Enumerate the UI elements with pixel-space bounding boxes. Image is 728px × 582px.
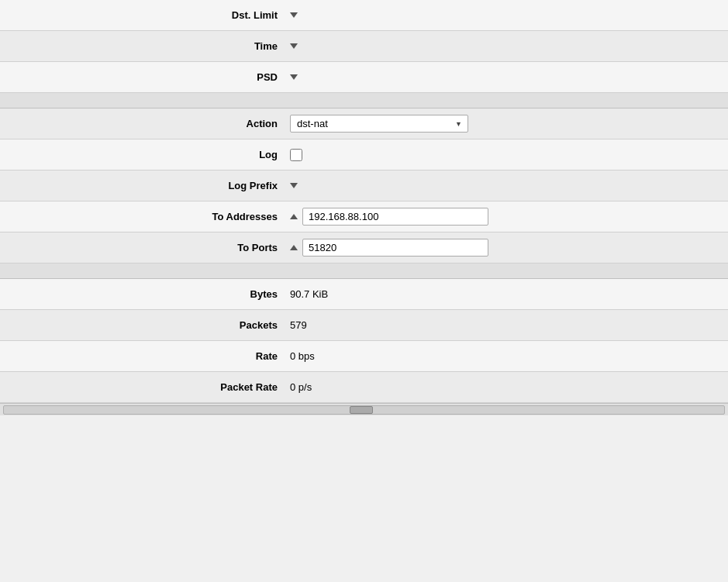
scrollbar-track[interactable] bbox=[3, 405, 725, 415]
to-ports-row: To Ports bbox=[0, 232, 728, 263]
psd-chevron-icon[interactable] bbox=[290, 74, 298, 80]
scrollbar-thumb[interactable] bbox=[350, 406, 373, 414]
action-select[interactable]: dst-nat src-nat masquerade redirect acce… bbox=[290, 115, 468, 133]
log-prefix-chevron-icon[interactable] bbox=[290, 183, 298, 188]
packets-value: 579 bbox=[290, 319, 307, 331]
to-addresses-row: To Addresses bbox=[0, 201, 728, 232]
to-addresses-chevron-icon[interactable] bbox=[290, 214, 298, 219]
log-checkbox[interactable] bbox=[290, 149, 302, 161]
action-row: Action dst-nat src-nat masquerade redire… bbox=[0, 108, 728, 139]
scrollbar-row bbox=[0, 403, 728, 415]
time-label: Time bbox=[254, 40, 278, 52]
bytes-row: Bytes 90.7 KiB bbox=[0, 279, 728, 310]
action-label: Action bbox=[247, 118, 278, 129]
psd-label: PSD bbox=[257, 71, 278, 83]
to-addresses-input[interactable] bbox=[302, 208, 488, 226]
spacer-2 bbox=[0, 263, 728, 279]
bytes-value: 90.7 KiB bbox=[290, 288, 328, 300]
psd-row: PSD bbox=[0, 62, 728, 93]
main-container: Dst. Limit Time PSD Action d bbox=[0, 0, 728, 415]
to-ports-input[interactable] bbox=[302, 239, 488, 257]
time-row: Time bbox=[0, 31, 728, 62]
to-ports-label: To Ports bbox=[237, 242, 278, 253]
packets-label: Packets bbox=[240, 319, 278, 331]
time-chevron-icon[interactable] bbox=[290, 43, 298, 49]
dst-limit-chevron-icon[interactable] bbox=[290, 12, 298, 18]
action-select-wrap: dst-nat src-nat masquerade redirect acce… bbox=[290, 115, 468, 133]
rate-label: Rate bbox=[256, 350, 278, 362]
packet-rate-label: Packet Rate bbox=[220, 381, 278, 393]
log-prefix-row: Log Prefix bbox=[0, 170, 728, 201]
log-row: Log bbox=[0, 139, 728, 170]
log-label: Log bbox=[259, 149, 278, 160]
to-addresses-label: To Addresses bbox=[212, 211, 278, 222]
to-ports-chevron-icon[interactable] bbox=[290, 245, 298, 250]
rate-row: Rate 0 bps bbox=[0, 341, 728, 372]
spacer-1 bbox=[0, 93, 728, 108]
dst-limit-row: Dst. Limit bbox=[0, 0, 728, 31]
packet-rate-value: 0 p/s bbox=[290, 381, 312, 393]
dst-limit-label: Dst. Limit bbox=[232, 9, 278, 21]
bytes-label: Bytes bbox=[250, 288, 278, 300]
packet-rate-row: Packet Rate 0 p/s bbox=[0, 372, 728, 403]
rate-value: 0 bps bbox=[290, 350, 315, 362]
packets-row: Packets 579 bbox=[0, 310, 728, 341]
log-prefix-label: Log Prefix bbox=[228, 180, 278, 191]
